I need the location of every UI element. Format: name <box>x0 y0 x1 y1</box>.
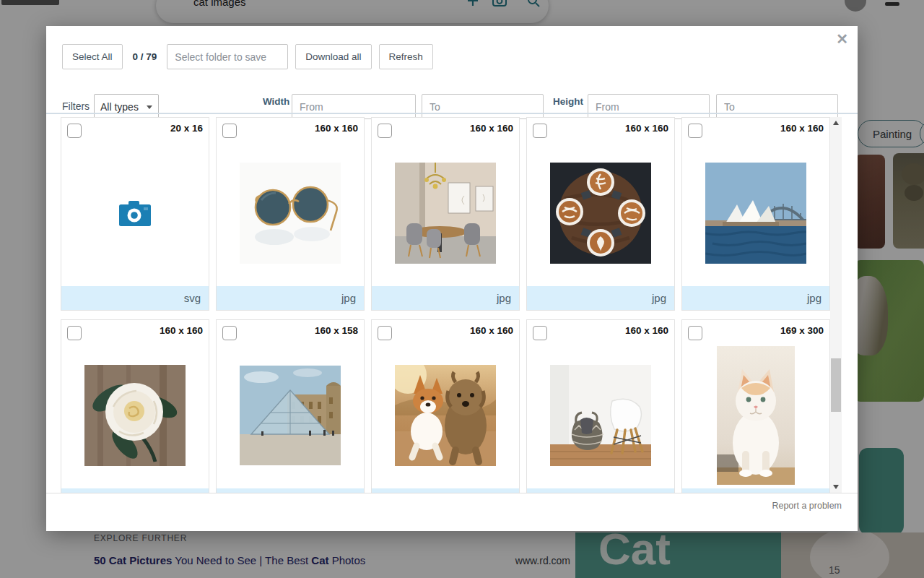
image-card[interactable]: 160 x 160 <box>371 319 520 493</box>
file-type-badge: jpg <box>682 286 829 310</box>
image-checkbox[interactable] <box>222 326 237 340</box>
thumbnail-camera-placeholder <box>61 141 209 285</box>
image-card[interactable]: 20 x 16 svg <box>61 117 209 311</box>
width-to-input[interactable] <box>422 94 544 119</box>
grid-scrollbar[interactable] <box>830 117 842 493</box>
thumbnail-sunglasses <box>217 141 364 285</box>
image-card[interactable]: 160 x 160 <box>526 117 675 311</box>
image-checkbox[interactable] <box>67 326 82 340</box>
image-checkbox[interactable] <box>533 124 547 138</box>
modal-toolbar: Select All 0 / 79 Download all Refresh <box>62 44 433 69</box>
height-to-input[interactable] <box>716 94 838 119</box>
image-card[interactable]: 160 x 158 <box>216 319 365 493</box>
close-icon[interactable]: ✕ <box>836 32 848 46</box>
image-checkbox[interactable] <box>688 326 702 340</box>
thumbnail-dining-room <box>372 141 519 285</box>
image-dimensions: 160 x 160 <box>625 325 668 336</box>
file-type-badge: jpg <box>217 286 364 310</box>
triangle-down-icon <box>833 485 839 489</box>
image-card[interactable]: 160 x 160 jpg <box>216 117 365 311</box>
selection-counter: 0 / 79 <box>133 51 157 62</box>
scroll-down-arrow[interactable] <box>830 481 842 493</box>
image-dimensions: 160 x 160 <box>470 325 513 336</box>
image-dimensions: 169 x 300 <box>780 325 824 336</box>
filters-row: Filters All types Width Height <box>46 94 858 120</box>
thumbnail-white-rose <box>61 343 209 488</box>
download-all-button[interactable]: Download all <box>295 44 371 69</box>
thumbnail-running-dogs <box>372 343 519 488</box>
image-dimensions: 160 x 160 <box>625 123 668 134</box>
image-checkbox[interactable] <box>688 124 702 138</box>
file-type-badge: jpg <box>527 286 674 310</box>
image-checkbox[interactable] <box>378 124 392 138</box>
width-from-input[interactable] <box>292 94 416 119</box>
image-downloader-modal: ✕ Select All 0 / 79 Download all Refresh… <box>46 26 858 531</box>
image-dimensions: 160 x 160 <box>470 123 513 134</box>
width-label: Width <box>263 96 289 107</box>
image-card[interactable]: 160 x 160 <box>371 117 520 311</box>
image-checkbox[interactable] <box>67 124 82 138</box>
image-dimensions: 160 x 160 <box>160 325 203 336</box>
file-type-badge: jpg <box>372 286 519 310</box>
thumbnail-kitten <box>682 343 829 488</box>
report-problem-link[interactable]: Report a problem <box>772 501 842 511</box>
image-card[interactable]: 169 x 300 <box>681 319 830 493</box>
height-label: Height <box>553 96 583 107</box>
filters-label: Filters <box>62 100 90 112</box>
thumbnail-louvre-pyramid <box>217 343 364 488</box>
scroll-up-arrow[interactable] <box>830 117 842 129</box>
divider <box>46 113 858 114</box>
divider <box>46 493 858 493</box>
image-checkbox[interactable] <box>222 124 237 138</box>
image-grid: 20 x 16 svg 160 x 160 <box>61 117 830 493</box>
scrollbar-thumb[interactable] <box>831 358 841 412</box>
refresh-button[interactable]: Refresh <box>379 44 433 69</box>
triangle-up-icon <box>833 121 839 125</box>
camera-icon <box>118 199 152 228</box>
type-filter-dropdown[interactable]: All types <box>94 94 159 120</box>
thumbnail-chair-basket <box>527 343 674 488</box>
thumbnail-sydney-opera-house <box>682 141 829 285</box>
thumbnail-latte-art <box>527 141 674 285</box>
chevron-down-icon <box>147 105 152 109</box>
image-checkbox[interactable] <box>533 326 547 340</box>
file-type-badge: svg <box>61 286 209 310</box>
type-filter-value: All types <box>100 101 139 113</box>
select-all-button[interactable]: Select All <box>62 44 123 69</box>
image-dimensions: 160 x 160 <box>315 123 358 134</box>
image-dimensions: 160 x 158 <box>315 325 358 336</box>
image-dimensions: 160 x 160 <box>780 123 824 134</box>
image-card[interactable]: 160 x 160 <box>526 319 675 493</box>
image-checkbox[interactable] <box>378 326 392 340</box>
image-card[interactable]: 160 x 160 jpg <box>681 117 830 311</box>
height-from-input[interactable] <box>588 94 710 119</box>
folder-input[interactable] <box>167 44 288 69</box>
image-dimensions: 20 x 16 <box>170 123 203 134</box>
image-card[interactable]: 160 x 160 <box>61 319 209 493</box>
